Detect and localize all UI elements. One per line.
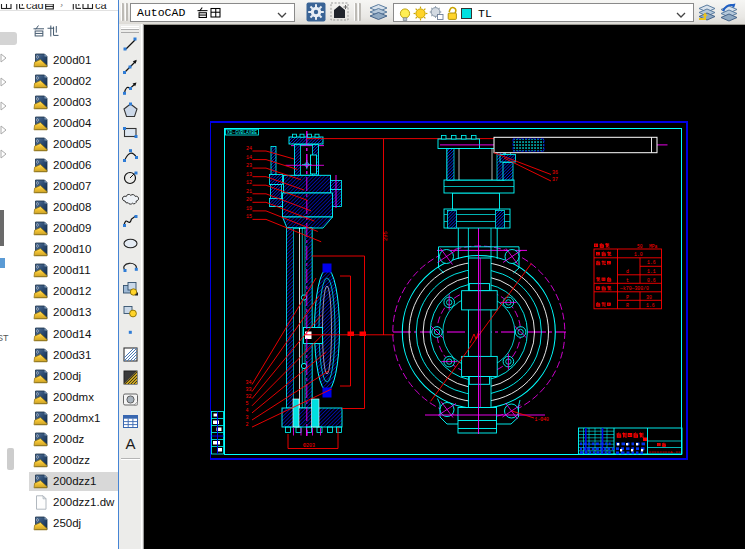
svg-text:5: 5: [246, 401, 249, 407]
svg-text:20: 20: [246, 197, 252, 203]
svg-text:A: A: [125, 435, 135, 452]
svg-text:Φ203: Φ203: [303, 443, 315, 449]
svg-text:›: ›: [60, 4, 63, 10]
svg-text:15: 15: [246, 214, 252, 220]
svg-text:34: 34: [246, 380, 252, 386]
svg-text:XD-GVBLAXBE: XD-GVBLAXBE: [227, 130, 257, 135]
svg-text:1-Φ40: 1-Φ40: [535, 417, 550, 422]
svg-text:33: 33: [246, 387, 252, 393]
svg-text:2: 2: [246, 422, 249, 428]
svg-text:23: 23: [246, 163, 252, 169]
svg-text:MPa: MPa: [649, 244, 658, 249]
svg-text:1.1: 1.1: [647, 269, 656, 274]
svg-text:1.6: 1.6: [646, 303, 655, 308]
svg-text:13: 13: [246, 172, 252, 178]
svg-text:1.0: 1.0: [634, 252, 643, 257]
svg-text:0.6: 0.6: [647, 278, 656, 283]
svg-text:P: P: [626, 295, 629, 300]
svg-text:21: 21: [246, 189, 252, 195]
svg-text:1.6: 1.6: [647, 260, 656, 265]
svg-text:37: 37: [552, 177, 558, 183]
svg-text:14: 14: [246, 155, 252, 161]
svg-text:4: 4: [246, 408, 249, 414]
svg-text:32: 32: [246, 394, 252, 400]
svg-text:36: 36: [552, 170, 558, 176]
svg-text:50: 50: [637, 244, 643, 249]
svg-text:24: 24: [246, 146, 252, 152]
svg-text:30: 30: [646, 295, 652, 300]
svg-text:3: 3: [246, 415, 249, 421]
svg-text:295: 295: [382, 231, 389, 241]
svg-text:XXXXXXXXA-XX: XXXXXXXXA-XX: [649, 450, 681, 454]
svg-text:d: d: [626, 269, 629, 274]
svg-text:12: 12: [246, 180, 252, 186]
svg-text:t: t: [626, 278, 629, 283]
svg-text:—k70—300/0: —k70—300/0: [619, 286, 649, 291]
svg-text:R: R: [626, 303, 629, 308]
svg-text:19: 19: [246, 206, 252, 212]
